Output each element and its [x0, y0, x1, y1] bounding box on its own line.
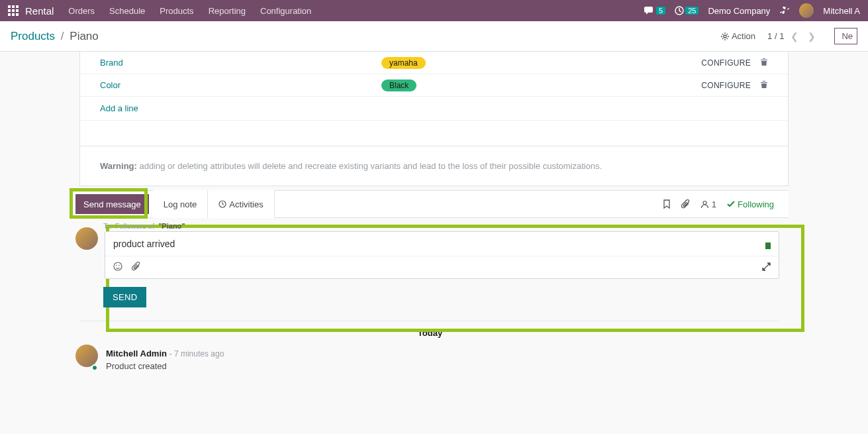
breadcrumb: Products / Piano: [11, 30, 99, 43]
trash-icon[interactable]: [760, 80, 768, 91]
log-entry: Mitchell Admin - 7 minutes ago Product c…: [72, 338, 789, 371]
svg-point-5: [116, 265, 117, 266]
log-time: - 7 minutes ago: [169, 349, 224, 358]
attach-icon[interactable]: [132, 262, 140, 273]
send-message-tab[interactable]: Send message: [75, 194, 149, 214]
breadcrumb-sep: /: [61, 30, 64, 42]
new-button[interactable]: Ne: [834, 28, 857, 44]
top-nav: Rental Orders Schedule Products Reportin…: [0, 0, 868, 21]
svg-point-4: [114, 262, 122, 270]
activities-label: Activities: [229, 199, 263, 209]
control-bar: Products / Piano Action 1 / 1 ❮ ❯ Ne: [0, 21, 868, 52]
breadcrumb-root[interactable]: Products: [11, 30, 55, 42]
menu-orders[interactable]: Orders: [68, 6, 95, 16]
user-name[interactable]: Mitchell A: [823, 6, 860, 16]
attribute-row: Color Black CONFIGURE: [80, 74, 788, 97]
attr-tag[interactable]: Black: [381, 80, 416, 91]
spacer: [80, 121, 788, 146]
user-icon: [700, 200, 709, 209]
separator: [81, 321, 779, 321]
svg-point-6: [119, 265, 120, 266]
to-prefix: To: Followers of: [103, 222, 154, 230]
expand-icon[interactable]: [762, 262, 771, 273]
to-target: "Piano": [158, 222, 185, 230]
configure-button[interactable]: CONFIGURE: [701, 58, 751, 68]
svg-point-3: [703, 201, 706, 204]
chatter: Send message Log note Activities 1 Follo…: [72, 190, 789, 371]
avatar-icon: [75, 345, 98, 367]
warning-label: Warning:: [100, 161, 137, 171]
chat-badge: 5: [656, 7, 665, 15]
breadcrumb-current: Piano: [70, 30, 98, 42]
action-dropdown[interactable]: Action: [721, 31, 755, 41]
apps-icon[interactable]: [8, 5, 19, 16]
control-right: Action 1 / 1 ❮ ❯ Ne: [721, 28, 857, 44]
attributes-card: Brand yamaha CONFIGURE Color Black CONFI…: [79, 52, 789, 186]
svg-point-1: [724, 35, 726, 38]
resize-handle-icon[interactable]: [765, 243, 771, 249]
action-label: Action: [732, 31, 755, 41]
pager-next-icon[interactable]: ❯: [805, 28, 818, 44]
activity-icon[interactable]: 25: [675, 6, 699, 15]
attr-label[interactable]: Color: [100, 80, 381, 90]
pager: 1 / 1 ❮ ❯: [767, 28, 818, 44]
today-label: Today: [72, 328, 789, 338]
trash-icon[interactable]: [760, 58, 768, 68]
debug-icon[interactable]: [779, 5, 790, 16]
main-menu: Orders Schedule Products Reporting Confi…: [68, 6, 311, 16]
attachments-icon[interactable]: [681, 199, 690, 209]
composer-area: To: Followers of "Piano" SEN: [72, 218, 789, 307]
pager-prev-icon[interactable]: ❮: [788, 28, 801, 44]
send-button[interactable]: SEND: [103, 287, 146, 307]
gear-icon: [721, 32, 729, 40]
author-avatar: [75, 349, 98, 371]
chatter-tabs: Send message Log note Activities 1 Follo…: [72, 190, 789, 218]
configure-button[interactable]: CONFIGURE: [701, 81, 751, 90]
message-input[interactable]: [113, 239, 765, 249]
status-dot-icon: [91, 364, 98, 371]
menu-products[interactable]: Products: [160, 6, 193, 16]
check-icon: [727, 200, 735, 208]
activities-tab[interactable]: Activities: [207, 190, 274, 218]
menu-schedule[interactable]: Schedule: [109, 6, 145, 16]
log-note-tab[interactable]: Log note: [153, 190, 208, 218]
warning-text: Warning: adding or deleting attributes w…: [80, 146, 788, 186]
clock-icon: [218, 200, 226, 208]
followers-button[interactable]: 1: [700, 199, 716, 209]
bookmark-icon[interactable]: [663, 199, 671, 209]
menu-reporting[interactable]: Reporting: [209, 6, 246, 16]
following-label: Following: [738, 199, 774, 209]
activity-badge: 25: [685, 7, 699, 15]
warning-body: adding or deleting attributes will delet…: [137, 161, 602, 171]
chat-icon[interactable]: 5: [644, 6, 665, 15]
company-name[interactable]: Demo Company: [708, 6, 770, 16]
attr-label[interactable]: Brand: [100, 58, 381, 68]
menu-configuration[interactable]: Configuration: [260, 6, 311, 16]
emoji-icon[interactable]: [113, 262, 122, 273]
attr-tag[interactable]: yamaha: [381, 57, 426, 69]
followers-count: 1: [712, 199, 716, 209]
composer-avatar-icon: [75, 227, 98, 250]
following-button[interactable]: Following: [727, 199, 774, 209]
chatter-tabs-right: 1 Following: [663, 199, 789, 209]
nav-right: 5 25 Demo Company Mitchell A: [644, 3, 860, 18]
pager-value[interactable]: 1 / 1: [767, 31, 784, 41]
composer-frame: [105, 231, 779, 279]
log-author[interactable]: Mitchell Admin: [106, 349, 167, 358]
add-line-link[interactable]: Add a line: [80, 97, 788, 121]
user-avatar-icon[interactable]: [799, 3, 814, 18]
log-body: Product created: [106, 361, 224, 371]
main: Brand yamaha CONFIGURE Color Black CONFI…: [0, 52, 868, 371]
composer-toolbar: [105, 256, 779, 278]
attribute-row: Brand yamaha CONFIGURE: [80, 52, 788, 74]
app-brand[interactable]: Rental: [25, 5, 54, 17]
composer-to-line: To: Followers of "Piano": [72, 222, 789, 231]
